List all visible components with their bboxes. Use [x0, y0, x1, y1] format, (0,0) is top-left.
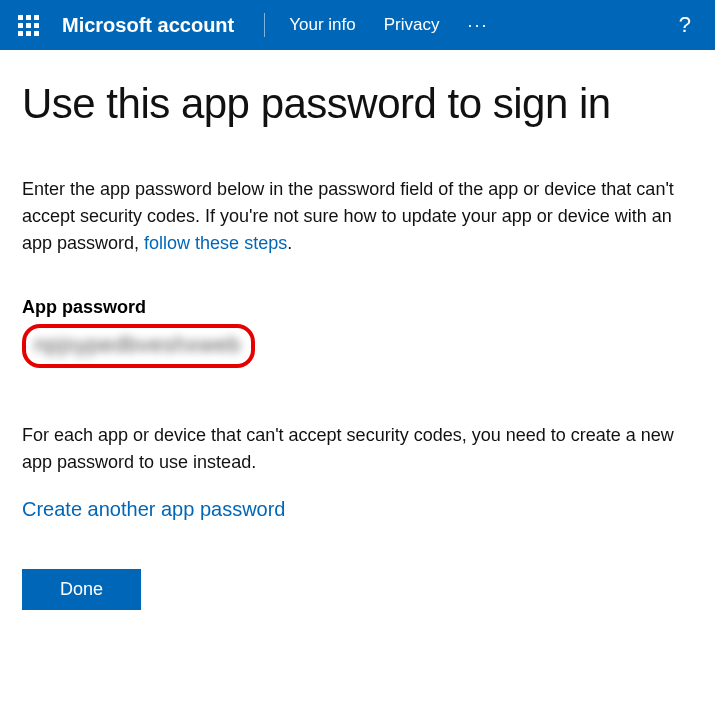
- create-another-link[interactable]: Create another app password: [22, 498, 286, 521]
- main-content: Use this app password to sign in Enter t…: [0, 50, 715, 630]
- done-button[interactable]: Done: [22, 569, 141, 610]
- follow-steps-link[interactable]: follow these steps: [144, 233, 287, 253]
- divider: [264, 13, 265, 37]
- brand-title[interactable]: Microsoft account: [62, 14, 234, 37]
- help-icon[interactable]: ?: [667, 12, 703, 38]
- secondary-paragraph: For each app or device that can't accept…: [22, 422, 693, 476]
- more-icon[interactable]: ···: [453, 15, 502, 36]
- page-title: Use this app password to sign in: [22, 80, 693, 128]
- nav-your-info[interactable]: Your info: [275, 15, 369, 35]
- intro-text: Enter the app password below in the pass…: [22, 179, 674, 253]
- app-launcher-icon[interactable]: [12, 9, 44, 41]
- intro-period: .: [287, 233, 292, 253]
- nav-privacy[interactable]: Privacy: [370, 15, 454, 35]
- app-password-label: App password: [22, 297, 693, 318]
- header-bar: Microsoft account Your info Privacy ··· …: [0, 0, 715, 50]
- app-password-value[interactable]: npjsypedbveshxweb: [34, 332, 241, 358]
- intro-paragraph: Enter the app password below in the pass…: [22, 176, 693, 257]
- app-password-highlight: npjsypedbveshxweb: [22, 324, 255, 368]
